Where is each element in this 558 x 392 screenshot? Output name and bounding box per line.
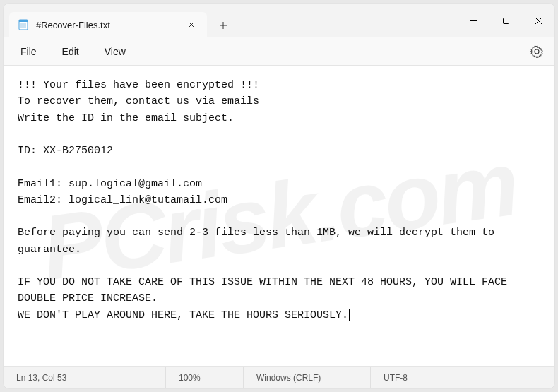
menubar: File Edit View: [4, 37, 554, 66]
text-editor-area[interactable]: PCrisk.com!!! Your files have been encry…: [4, 66, 554, 366]
notepad-icon: [18, 19, 29, 30]
tab-area: #Recover-Files.txt: [4, 4, 235, 37]
status-position: Ln 13, Col 53: [4, 367, 166, 388]
doc-line: Email2: logical_link@tutamail.com: [18, 194, 227, 206]
close-icon: [188, 21, 195, 28]
status-line-ending[interactable]: Windows (CRLF): [244, 367, 371, 388]
svg-rect-1: [19, 20, 28, 22]
watermark: PCrisk.com: [33, 112, 526, 320]
doc-line: IF YOU DO NOT TAKE CARE OF THIS ISSUE WI…: [18, 276, 514, 304]
menu-view[interactable]: View: [93, 42, 137, 61]
close-window-button[interactable]: [522, 4, 554, 37]
titlebar: #Recover-Files.txt: [4, 4, 554, 37]
tab-close-button[interactable]: [184, 18, 198, 32]
svg-rect-10: [503, 18, 509, 23]
settings-button[interactable]: [525, 40, 549, 64]
menu-edit[interactable]: Edit: [51, 42, 90, 61]
close-icon: [535, 17, 542, 25]
statusbar: Ln 13, Col 53 100% Windows (CRLF) UTF-8: [4, 366, 554, 388]
text-cursor: [349, 309, 350, 321]
gear-icon: [530, 45, 543, 58]
status-zoom[interactable]: 100%: [166, 367, 244, 388]
doc-line: Email1: sup.logical@gmail.com: [18, 178, 202, 190]
menu-file[interactable]: File: [9, 42, 48, 61]
maximize-button[interactable]: [489, 4, 522, 37]
new-tab-button[interactable]: [211, 13, 235, 37]
maximize-icon: [502, 17, 510, 25]
tab-title: #Recover-Files.txt: [36, 20, 177, 30]
status-encoding[interactable]: UTF-8: [371, 367, 420, 388]
minimize-button[interactable]: [457, 4, 489, 37]
doc-line: Before paying you can send 2-3 files les…: [18, 227, 501, 255]
minimize-icon: [470, 17, 477, 25]
active-tab[interactable]: #Recover-Files.txt: [9, 12, 207, 37]
doc-line: ID: XX-B2750012: [18, 145, 113, 157]
notepad-window: #Recover-Files.txt: [4, 4, 554, 388]
doc-line: Write the ID in the email subject.: [18, 112, 234, 124]
window-controls: [457, 4, 554, 37]
doc-line: WE DON'T PLAY AROUND HERE, TAKE THE HOUR…: [18, 309, 348, 321]
plus-icon: [219, 21, 227, 30]
doc-line: !!! Your files have been encrypted !!!: [18, 79, 259, 91]
doc-line: To recover them, contact us via emails: [18, 95, 259, 107]
